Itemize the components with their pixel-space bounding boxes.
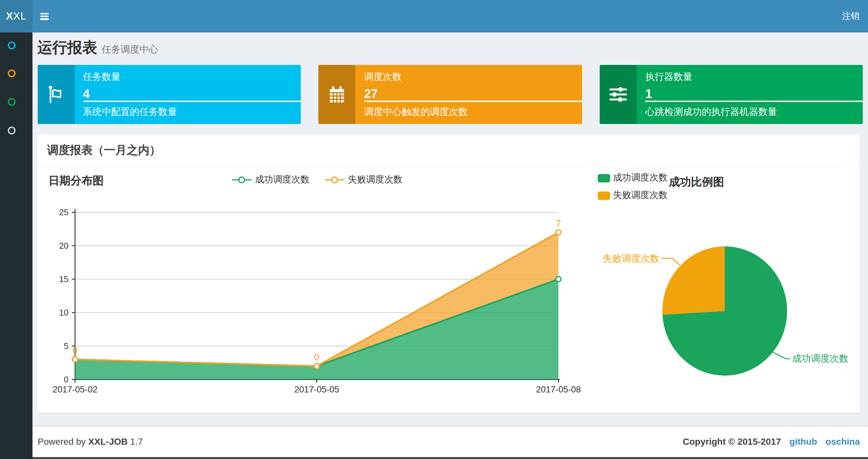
y-axis-tick-label: 0 (64, 374, 68, 384)
info-box-description: 调度中心触发的调度次数 (364, 106, 468, 118)
y-axis-tick-label: 10 (59, 308, 68, 318)
schedule-report-panel: 调度报表（一月之内） 日期分布图 成功调度次数失败调度次数 0510152025… (37, 134, 859, 413)
footer-powered-by: Powered by XXL-JOB 1.7 (38, 436, 143, 447)
point-value-label: 0 (314, 352, 319, 362)
info-box-divider (645, 101, 863, 102)
main-content: 运行报表任务调度中心 任务数量4系统中配置的任务数量调度次数27调度中心触发的调… (32, 32, 868, 425)
success-point[interactable] (556, 276, 561, 282)
info-box-description: 系统中配置的任务数量 (83, 106, 177, 118)
fail-point[interactable] (72, 357, 77, 362)
info-box-2: 执行器数量1心跳检测成功的执行器机器数量 (600, 65, 863, 124)
info-box-label: 调度次数 (364, 71, 582, 83)
top-navbar: XXL 注销 (0, 0, 868, 32)
panel-title: 调度报表（一月之内） (37, 134, 859, 166)
info-box-description: 心跳检测成功的执行器机器数量 (645, 106, 777, 118)
info-box-content: 任务数量4系统中配置的任务数量 (74, 65, 301, 124)
logo-rest-text: XL (13, 10, 27, 22)
sidebar-menu-item-1-circle-icon[interactable] (7, 41, 16, 50)
x-axis-tick-label: 2017-05-02 (52, 385, 97, 394)
info-box-value: 27 (364, 87, 582, 101)
y-axis-tick-label: 5 (64, 341, 68, 351)
info-box-value: 4 (83, 87, 301, 101)
info-box-content: 调度次数27调度中心触发的调度次数 (356, 65, 582, 124)
success-callout-line (771, 351, 790, 359)
date-distribution-chart: 日期分布图 成功调度次数失败调度次数 05101520252017-05-022… (37, 166, 596, 413)
info-box-label: 执行器数量 (645, 71, 863, 83)
info-box-1: 调度次数27调度中心触发的调度次数 (319, 65, 582, 124)
y-axis-tick-label: 25 (59, 207, 68, 217)
point-value-label: 0 (72, 345, 77, 356)
footer-copyright: Copyright © 2015-2017 github oschina (683, 436, 860, 447)
info-box-divider (364, 101, 582, 102)
logo-bold-text: X (6, 10, 13, 22)
xxl-job-dashboard: XXL 注销 运行报表任务调度中心 任务数量4系统中配置的任务数量调度次数27调… (0, 0, 868, 459)
page-footer: Powered by XXL-JOB 1.7 Copyright © 2015-… (32, 426, 868, 457)
logout-link[interactable]: 注销 (834, 0, 868, 32)
info-box-0: 任务数量4系统中配置的任务数量 (37, 65, 301, 124)
info-box-row: 任务数量4系统中配置的任务数量调度次数27调度中心触发的调度次数执行器数量1心跳… (32, 58, 868, 124)
x-axis-tick-label: 2017-05-05 (294, 385, 339, 394)
sidebar-menu-item-2-circle-icon[interactable] (7, 69, 16, 77)
hamburger-icon (40, 13, 49, 20)
date-distribution-plot: 05101520252017-05-022017-05-052017-05-08… (37, 166, 596, 413)
github-link[interactable]: github (789, 436, 817, 447)
sliders-icon (600, 65, 637, 124)
window-bottom-edge (0, 457, 868, 459)
x-axis-tick-label: 2017-05-08 (536, 385, 581, 394)
flag-icon (37, 65, 74, 124)
info-box-value: 1 (645, 87, 863, 101)
success-ratio-plot: 失败调度次数成功调度次数 (596, 166, 859, 413)
pie-slice-失败调度次数[interactable] (662, 247, 724, 315)
page-header: 运行报表任务调度中心 (32, 32, 868, 58)
sidebar-menu-item-3-circle-icon[interactable] (7, 98, 16, 106)
fail-slice-label: 失败调度次数 (602, 253, 659, 264)
sidebar-menu-item-4-circle-icon[interactable] (7, 126, 16, 134)
calendar-icon (319, 65, 356, 124)
oschina-link[interactable]: oschina (826, 436, 860, 447)
success-ratio-chart: 成功调度次数失败调度次数 成功比例图 失败调度次数成功调度次数 (596, 166, 859, 413)
info-box-content: 执行器数量1心跳检测成功的执行器机器数量 (637, 65, 863, 124)
panel-body: 日期分布图 成功调度次数失败调度次数 05101520252017-05-022… (37, 166, 859, 413)
info-box-divider (83, 101, 301, 102)
y-axis-tick-label: 15 (59, 274, 68, 284)
fail-point[interactable] (314, 364, 319, 369)
sidebar-toggle-button[interactable] (32, 0, 56, 32)
fail-point[interactable] (556, 230, 561, 235)
sidebar (0, 32, 32, 459)
app-logo[interactable]: XXL (0, 0, 32, 32)
info-box-label: 任务数量 (83, 71, 301, 83)
page-subtitle: 任务调度中心 (102, 44, 158, 55)
point-value-label: 7 (556, 218, 561, 229)
success-slice-label: 成功调度次数 (792, 353, 848, 364)
y-axis-tick-label: 20 (59, 241, 68, 251)
fail-callout-line (661, 258, 680, 265)
page-title: 运行报表任务调度中心 (37, 38, 158, 58)
